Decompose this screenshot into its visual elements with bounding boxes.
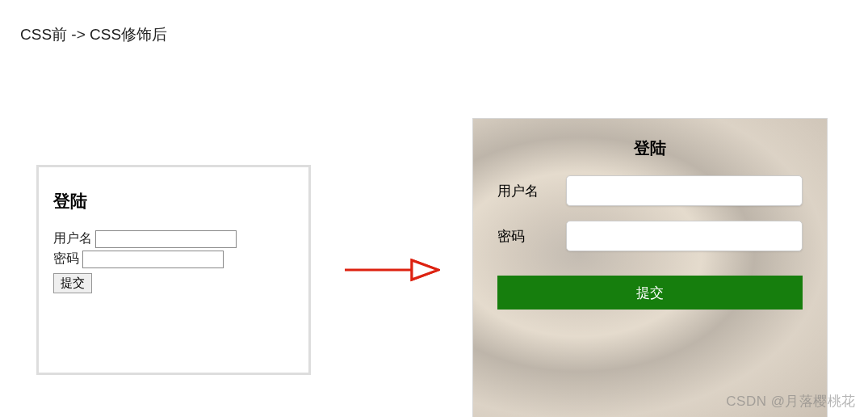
after-password-row: 密码 (497, 221, 803, 251)
before-username-input[interactable] (95, 230, 237, 248)
page-title: CSS前 -> CSS修饰后 (20, 24, 852, 45)
after-username-row: 用户名 (497, 175, 803, 206)
before-heading: 登陆 (53, 190, 294, 213)
before-panel: 登陆 用户名 密码 提交 (36, 165, 311, 375)
after-panel: 登陆 用户名 密码 提交 (472, 118, 828, 417)
before-username-label: 用户名 (53, 231, 92, 245)
before-password-row: 密码 (53, 251, 294, 268)
before-submit-button[interactable]: 提交 (53, 273, 92, 293)
after-password-input[interactable] (566, 221, 803, 251)
after-password-label: 密码 (497, 227, 566, 246)
svg-marker-2 (412, 260, 438, 280)
before-password-label: 密码 (53, 251, 79, 265)
before-username-row: 用户名 (53, 230, 294, 248)
after-username-label: 用户名 (497, 182, 566, 200)
watermark: CSDN @月落樱桃花 (726, 392, 856, 411)
after-username-input[interactable] (566, 175, 803, 206)
after-submit-button[interactable]: 提交 (497, 276, 803, 310)
comparison-container: 登陆 用户名 密码 提交 登陆 用户名 密码 (16, 118, 852, 417)
before-password-input[interactable] (82, 251, 224, 268)
after-heading: 登陆 (497, 137, 803, 159)
arrow-icon (343, 254, 440, 286)
